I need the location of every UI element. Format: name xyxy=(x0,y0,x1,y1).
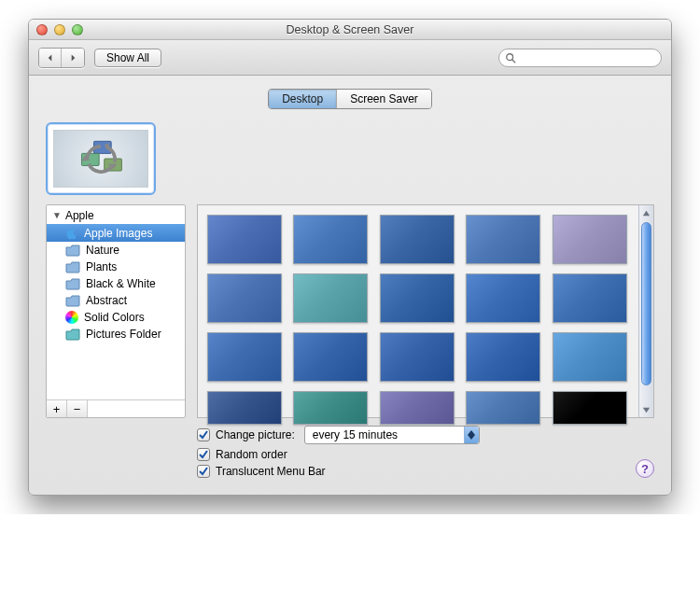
random-order-label: Random order xyxy=(216,448,287,461)
svg-line-1 xyxy=(512,59,515,62)
translucent-menubar-checkbox[interactable] xyxy=(197,465,210,478)
wallpaper-thumbnail[interactable] xyxy=(466,215,540,264)
desktop-preview xyxy=(46,122,654,195)
wallpaper-thumbnail[interactable] xyxy=(293,332,368,382)
sidebar-actions: + − xyxy=(47,399,185,417)
sidebar-item-blackwhite[interactable]: Black & White xyxy=(47,275,185,292)
checkmark-icon xyxy=(198,429,209,441)
sidebar-item-label: Pictures Folder xyxy=(86,328,161,341)
wallpaper-thumbnail[interactable] xyxy=(553,215,627,264)
desktop-preview-well xyxy=(46,122,156,195)
checkmark-icon xyxy=(198,466,209,477)
remove-folder-button[interactable]: − xyxy=(67,400,88,417)
wallpaper-thumbnail[interactable] xyxy=(553,273,627,323)
content-area: Desktop Screen Saver xyxy=(29,76,671,495)
popup-arrows-icon xyxy=(464,427,479,443)
help-button[interactable]: ? xyxy=(636,459,654,478)
thumbnail-panel xyxy=(197,204,654,418)
sidebar-item-label: Solid Colors xyxy=(84,311,145,324)
color-wheel-icon xyxy=(65,311,78,324)
add-folder-button[interactable]: + xyxy=(47,400,67,417)
wallpaper-thumbnail[interactable] xyxy=(207,215,282,264)
search-input[interactable] xyxy=(520,52,655,63)
cycle-icon xyxy=(53,130,148,188)
tab-screensaver[interactable]: Screen Saver xyxy=(337,90,431,108)
preferences-window: Desktop & Screen Saver Show All Desktop … xyxy=(28,19,672,496)
folder-icon xyxy=(65,278,80,290)
scroll-down-button[interactable] xyxy=(639,402,653,417)
sidebar-item-label: Nature xyxy=(86,244,119,257)
sidebar-item-label: Plants xyxy=(86,260,117,273)
wallpaper-thumbnail[interactable] xyxy=(293,273,368,323)
folder-icon xyxy=(65,261,80,273)
checkmark-icon xyxy=(198,449,209,460)
apple-logo-icon xyxy=(65,226,78,240)
zoom-window-button[interactable] xyxy=(72,24,83,35)
sidebar-item-apple-images[interactable]: Apple Images xyxy=(47,224,185,242)
search-icon xyxy=(505,52,516,63)
window-controls xyxy=(36,24,83,35)
wallpaper-thumbnail[interactable] xyxy=(380,215,455,264)
sidebar-item-solid-colors[interactable]: Solid Colors xyxy=(47,309,185,326)
wallpaper-thumbnail[interactable] xyxy=(207,273,282,323)
wallpaper-thumbnail[interactable] xyxy=(553,332,627,382)
nav-back-forward xyxy=(38,48,85,68)
source-sidebar: ▼ Apple Apple Images Nature xyxy=(46,204,186,418)
tab-bar: Desktop Screen Saver xyxy=(46,89,654,109)
sidebar-item-pictures-folder[interactable]: Pictures Folder xyxy=(47,326,185,343)
chevron-left-icon xyxy=(46,53,54,63)
wallpaper-thumbnail[interactable] xyxy=(293,215,368,264)
titlebar: Desktop & Screen Saver xyxy=(29,20,671,40)
wallpaper-thumbnail[interactable] xyxy=(380,332,455,382)
scroll-up-button[interactable] xyxy=(639,205,653,220)
thumbnail-grid xyxy=(198,205,638,417)
sidebar-item-nature[interactable]: Nature xyxy=(47,242,185,259)
forward-button[interactable] xyxy=(62,49,84,67)
svg-point-0 xyxy=(507,53,513,60)
thumbnail-scroll-view xyxy=(197,204,654,418)
change-interval-popup[interactable]: every 15 minutes xyxy=(304,426,480,444)
wallpaper-thumbnail[interactable] xyxy=(466,332,540,382)
folder-icon xyxy=(65,295,80,307)
translucent-menubar-label: Translucent Menu Bar xyxy=(216,465,326,478)
sidebar-item-label: Apple Images xyxy=(84,227,152,240)
vertical-scrollbar[interactable] xyxy=(638,205,653,417)
tab-desktop[interactable]: Desktop xyxy=(269,90,337,108)
back-button[interactable] xyxy=(39,49,62,67)
wallpaper-thumbnail[interactable] xyxy=(207,332,282,382)
sidebar-item-label: Abstract xyxy=(86,294,127,307)
window-title: Desktop & Screen Saver xyxy=(29,23,671,36)
toolbar: Show All xyxy=(29,40,671,76)
tree-group-label: Apple xyxy=(65,209,94,222)
source-tree: ▼ Apple Apple Images Nature xyxy=(47,205,185,399)
minimize-window-button[interactable] xyxy=(54,24,65,35)
change-picture-checkbox[interactable] xyxy=(197,428,210,441)
wallpaper-thumbnail[interactable] xyxy=(466,273,540,323)
random-order-checkbox[interactable] xyxy=(197,448,210,461)
folder-icon xyxy=(65,245,80,257)
change-picture-label: Change picture: xyxy=(216,428,295,441)
change-interval-value: every 15 minutes xyxy=(305,428,464,441)
folder-icon xyxy=(65,329,80,341)
options-group: Change picture: every 15 minutes xyxy=(197,426,654,478)
sidebar-item-label: Black & White xyxy=(86,277,156,290)
disclosure-triangle-icon: ▼ xyxy=(52,210,62,220)
search-field[interactable] xyxy=(498,49,662,67)
tree-group-apple[interactable]: ▼ Apple xyxy=(47,207,185,224)
sidebar-item-abstract[interactable]: Abstract xyxy=(47,292,185,309)
scrollbar-thumb[interactable] xyxy=(641,222,651,385)
wallpaper-thumbnail[interactable] xyxy=(380,273,455,323)
close-window-button[interactable] xyxy=(36,24,48,35)
sidebar-item-plants[interactable]: Plants xyxy=(47,259,185,275)
show-all-button[interactable]: Show All xyxy=(94,49,161,67)
chevron-right-icon xyxy=(69,53,77,63)
